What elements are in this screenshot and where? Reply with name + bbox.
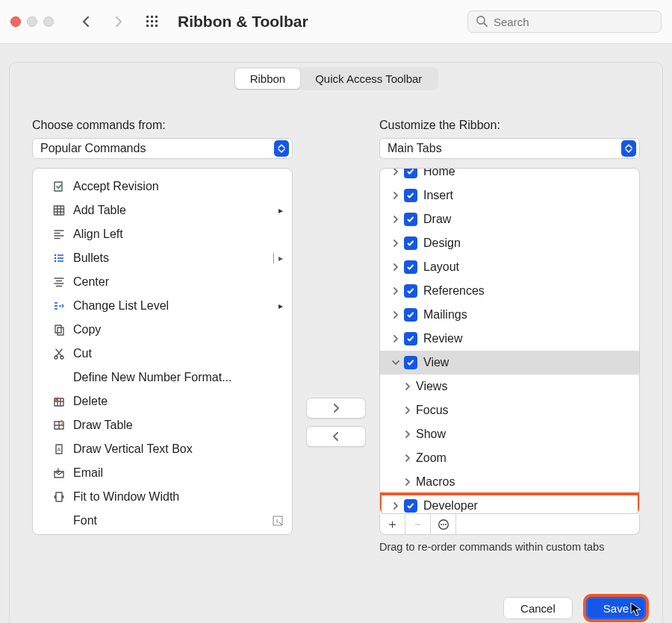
chevron-right-icon[interactable]	[388, 311, 404, 319]
checkbox-checked-icon[interactable]	[404, 332, 417, 345]
chevron-right-icon[interactable]	[388, 502, 404, 510]
cancel-button[interactable]: Cancel	[503, 597, 573, 619]
search-field[interactable]	[467, 10, 662, 33]
minimize-window-button[interactable]	[27, 16, 37, 27]
chevron-right-icon[interactable]	[388, 287, 404, 295]
node-label: Macros	[416, 475, 455, 489]
ribbon-tree[interactable]: HomeInsertDrawDesignLayoutReferencesMail…	[379, 168, 640, 514]
tab-node[interactable]: Review	[380, 327, 639, 351]
chevron-right-icon[interactable]	[399, 431, 416, 438]
checkbox-checked-icon[interactable]	[404, 169, 417, 178]
zoom-window-button[interactable]	[43, 16, 54, 27]
ribbon-column: Customize the Ribbon: Main Tabs HomeInse…	[379, 98, 640, 553]
tab-quick-access-toolbar[interactable]: Quick Access Toolbar	[300, 69, 437, 89]
node-label: Zoom	[416, 451, 447, 465]
svg-rect-17	[57, 328, 63, 335]
save-button[interactable]: Save	[586, 597, 646, 619]
checkbox-checked-icon[interactable]	[404, 308, 417, 322]
chevron-right-icon[interactable]	[388, 263, 404, 271]
group-node[interactable]: Views	[380, 375, 639, 398]
tab-ribbon[interactable]: Ribbon	[235, 69, 301, 89]
chevron-right-icon[interactable]	[388, 169, 404, 175]
command-item[interactable]: Fit to Window Width	[33, 485, 292, 509]
nav-back-button[interactable]	[75, 10, 99, 34]
remove-tab-button[interactable]: －	[405, 514, 431, 534]
table-icon	[51, 204, 67, 216]
chevron-right-icon[interactable]	[388, 240, 404, 247]
chevron-right-icon[interactable]	[399, 383, 416, 390]
command-item[interactable]: Center	[33, 270, 292, 294]
command-item[interactable]: ADraw Vertical Text Box	[33, 437, 292, 461]
svg-text:A: A	[57, 446, 61, 453]
node-label: Draw	[423, 213, 451, 226]
svg-rect-2	[155, 16, 158, 18]
command-item[interactable]: Cut	[33, 342, 292, 366]
tab-node[interactable]: Mailings	[380, 303, 639, 327]
command-item[interactable]: FontI	[33, 509, 292, 533]
svg-rect-16	[55, 325, 61, 333]
tab-node[interactable]: View	[380, 351, 639, 375]
tab-node[interactable]: Home	[380, 169, 639, 184]
svg-point-14	[55, 257, 56, 259]
node-label: Focus	[416, 404, 449, 417]
command-label: Fit to Window Width	[73, 490, 179, 504]
chevron-right-icon[interactable]	[399, 454, 416, 462]
svg-rect-11	[55, 182, 62, 191]
svg-point-19	[60, 356, 63, 359]
tree-more-button[interactable]	[431, 514, 456, 534]
commands-source-select[interactable]: Popular Commands	[32, 138, 293, 159]
command-item[interactable]: Copy	[33, 318, 292, 342]
command-item[interactable]: Accept Revision	[33, 175, 292, 198]
chevron-right-icon[interactable]	[399, 407, 416, 414]
app-grid-icon[interactable]	[140, 10, 164, 34]
split-chevron-icon: ▸	[273, 253, 283, 263]
close-window-button[interactable]	[10, 16, 21, 27]
add-tab-button[interactable]: ＋	[380, 514, 405, 534]
tab-node[interactable]: Insert	[380, 184, 639, 207]
svg-rect-4	[151, 20, 153, 22]
command-item[interactable]: Change List Level▸	[33, 294, 292, 318]
group-node[interactable]: Focus	[380, 398, 639, 422]
checkbox-checked-icon[interactable]	[404, 213, 417, 226]
command-item[interactable]: Draw Table	[33, 413, 292, 437]
svg-point-15	[55, 260, 56, 262]
add-command-button[interactable]	[306, 398, 366, 419]
command-item[interactable]: Define New Number Format...	[33, 366, 292, 389]
commands-listbox[interactable]: Accept RevisionAdd Table▸Align LeftBulle…	[32, 168, 293, 535]
tab-node[interactable]: Layout	[380, 255, 639, 279]
search-input[interactable]	[492, 15, 653, 29]
checkbox-checked-icon[interactable]	[404, 237, 417, 250]
checkbox-checked-icon[interactable]	[404, 499, 417, 513]
alignl-icon	[51, 228, 67, 240]
chevron-right-icon[interactable]	[388, 216, 404, 223]
nav-forward-button[interactable]	[106, 10, 130, 34]
chevron-down-icon[interactable]	[388, 359, 404, 366]
checkbox-checked-icon[interactable]	[404, 284, 417, 298]
chevron-right-icon[interactable]	[399, 478, 416, 486]
command-item[interactable]: Bullets▸	[33, 246, 292, 270]
checkbox-checked-icon[interactable]	[404, 356, 417, 369]
chevron-right-icon[interactable]	[388, 335, 404, 342]
chevron-right-icon[interactable]	[388, 192, 404, 199]
ribbon-scope-select[interactable]: Main Tabs	[379, 138, 640, 159]
svg-rect-7	[151, 25, 153, 27]
command-item[interactable]: Delete	[33, 389, 292, 413]
remove-command-button[interactable]	[306, 426, 366, 447]
search-icon	[476, 15, 488, 29]
commands-label: Choose commands from:	[32, 119, 293, 132]
tab-node[interactable]: References	[380, 279, 639, 303]
command-label: Change List Level	[73, 299, 169, 313]
svg-rect-6	[146, 25, 149, 27]
tab-node[interactable]: Developer	[380, 494, 639, 513]
tree-toolbar: ＋ －	[379, 514, 640, 535]
checkbox-checked-icon[interactable]	[404, 189, 417, 202]
command-item[interactable]: Align Left	[33, 222, 292, 246]
group-node[interactable]: Macros	[380, 470, 639, 494]
group-node[interactable]: Zoom	[380, 446, 639, 470]
command-item[interactable]: Add Table▸	[33, 198, 292, 222]
tab-node[interactable]: Draw	[380, 207, 639, 231]
tab-node[interactable]: Design	[380, 231, 639, 255]
group-node[interactable]: Show	[380, 422, 639, 446]
checkbox-checked-icon[interactable]	[404, 260, 417, 274]
command-item[interactable]: Email	[33, 461, 292, 485]
